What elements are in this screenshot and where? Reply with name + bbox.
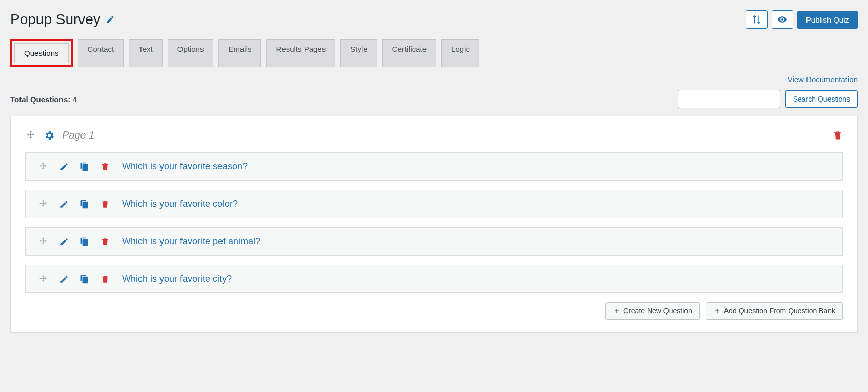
page-label: Page 1: [62, 129, 94, 141]
pencil-icon[interactable]: [59, 237, 69, 246]
page-title-wrap: Popup Survey: [10, 11, 115, 28]
question-text[interactable]: Which is your favorite color?: [122, 199, 238, 209]
search-wrap: Search Questions: [678, 90, 858, 108]
create-new-question-button[interactable]: Create New Question: [605, 302, 700, 320]
question-icons: [38, 237, 110, 247]
tab-emails[interactable]: Emails: [218, 39, 261, 67]
question-row: Which is your favorite color?: [25, 190, 843, 218]
view-documentation-link[interactable]: View Documentation: [788, 75, 858, 84]
doc-link-row: View Documentation: [10, 75, 858, 84]
tab-results-pages[interactable]: Results Pages: [266, 39, 335, 67]
pencil-icon[interactable]: [59, 275, 69, 284]
tabs: Questions Contact Text Options Emails Re…: [10, 39, 858, 67]
move-icon[interactable]: [38, 199, 48, 209]
publish-quiz-button[interactable]: Publish Quiz: [797, 11, 858, 29]
tab-certificate[interactable]: Certificate: [382, 39, 437, 67]
question-icons: [38, 162, 110, 172]
page-card: Page 1 Which is your favorite season? Wh…: [10, 116, 858, 333]
move-icon[interactable]: [38, 162, 48, 172]
pencil-icon[interactable]: [59, 162, 69, 171]
tab-questions[interactable]: Questions: [14, 43, 69, 63]
preview-button[interactable]: [772, 10, 793, 29]
trash-icon[interactable]: [833, 130, 843, 141]
tab-text[interactable]: Text: [129, 39, 163, 67]
tab-contact[interactable]: Contact: [78, 39, 124, 67]
trash-icon[interactable]: [100, 237, 110, 246]
move-icon[interactable]: [25, 130, 36, 141]
copy-icon[interactable]: [80, 237, 89, 246]
search-input[interactable]: [678, 90, 780, 108]
create-new-question-label: Create New Question: [623, 307, 692, 315]
stats-row: Total Questions: 4 Search Questions: [10, 90, 858, 108]
tab-logic[interactable]: Logic: [441, 39, 479, 67]
question-row: Which is your favorite city?: [25, 265, 843, 293]
copy-icon[interactable]: [80, 275, 89, 284]
copy-icon[interactable]: [80, 200, 89, 209]
page-title: Popup Survey: [10, 11, 100, 28]
highlight-box: Questions: [10, 39, 73, 67]
pencil-icon[interactable]: [106, 15, 115, 24]
trash-icon[interactable]: [100, 275, 110, 284]
copy-icon[interactable]: [80, 162, 89, 171]
page-header: Page 1: [25, 129, 843, 141]
question-text[interactable]: Which is your favorite season?: [122, 161, 248, 172]
total-questions: Total Questions: 4: [10, 95, 77, 104]
header-actions: Publish Quiz: [746, 10, 858, 29]
question-row: Which is your favorite pet animal?: [25, 227, 843, 256]
add-from-bank-button[interactable]: Add Question From Question Bank: [706, 302, 843, 320]
question-text[interactable]: Which is your favorite city?: [122, 273, 232, 284]
question-text[interactable]: Which is your favorite pet animal?: [122, 236, 260, 247]
plus-icon: [613, 307, 620, 315]
total-questions-count: 4: [72, 95, 76, 104]
tab-style[interactable]: Style: [340, 39, 377, 67]
header-row: Popup Survey Publish Quiz: [10, 10, 858, 29]
add-from-bank-label: Add Question From Question Bank: [724, 307, 835, 315]
move-icon[interactable]: [38, 274, 48, 284]
plus-icon: [714, 307, 721, 315]
gear-icon[interactable]: [44, 130, 55, 141]
reorder-button[interactable]: [746, 10, 768, 29]
pencil-icon[interactable]: [59, 200, 69, 209]
question-row: Which is your favorite season?: [25, 152, 843, 181]
trash-icon[interactable]: [100, 162, 110, 171]
question-icons: [38, 274, 110, 284]
page-header-left: Page 1: [25, 129, 94, 141]
total-questions-label: Total Questions:: [10, 95, 70, 104]
move-icon[interactable]: [38, 237, 48, 247]
bottom-actions: Create New Question Add Question From Qu…: [25, 302, 843, 320]
tab-options[interactable]: Options: [168, 39, 214, 67]
trash-icon[interactable]: [100, 200, 110, 209]
search-questions-button[interactable]: Search Questions: [785, 90, 858, 108]
question-icons: [38, 199, 110, 209]
